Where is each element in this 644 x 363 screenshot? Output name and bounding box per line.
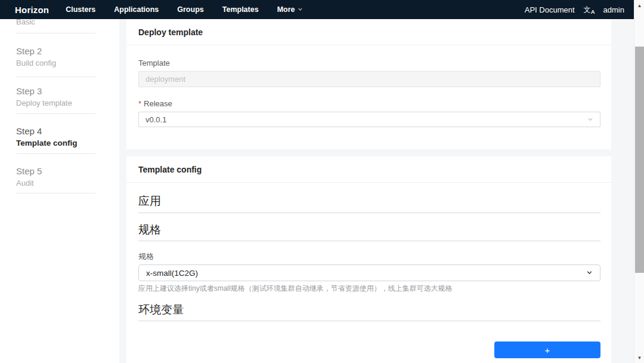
api-document-link[interactable]: API Document [525,5,575,14]
spec-field-label: 规格 [138,251,154,262]
release-select[interactable]: v0.0.1 [138,112,600,127]
user-menu[interactable]: admin [603,5,624,14]
release-field-label: *Release [138,99,172,108]
chevron-down-icon [586,269,593,278]
scroll-down-icon[interactable]: ▼ [634,353,644,362]
section-heading-spec: 规格 [138,222,600,241]
divider [16,153,95,154]
release-select-value: v0.0.1 [145,115,166,124]
template-config-card: Template config 应用 规格 规格 x-small(1C2G) 应… [126,156,611,363]
step-item-5-label[interactable]: Audit [16,179,34,187]
scroll-up-icon[interactable]: ▲ [634,1,644,10]
divider [16,193,95,193]
nav-more-label: More [277,5,295,14]
release-label-text: Release [144,99,172,108]
scrollbar-thumb[interactable] [635,47,644,273]
chevron-down-icon [298,5,303,14]
top-navbar: Horizon Clusters Applications Groups Tem… [0,0,634,19]
step-item-2-label[interactable]: Build config [16,59,56,67]
steps-sidebar: Basic Step 2 Build config Step 3 Deploy … [0,19,119,363]
section-heading-application: 应用 [138,193,600,213]
divider [16,113,95,114]
step-item-4-label[interactable]: Template config [16,139,78,147]
step-item-3-title[interactable]: Step 3 [16,86,42,96]
deploy-template-card-title: Deploy template [126,19,611,45]
navbar-right: API Document 文A admin [525,5,624,14]
app-root: Basic Step 2 Build config Step 3 Deploy … [0,0,644,363]
brand-logo[interactable]: Horizon [15,5,49,15]
template-input [138,71,600,87]
nav-clusters[interactable]: Clusters [66,5,95,14]
section-heading-env-vars: 环境变量 [138,302,600,321]
divider [16,76,95,77]
scrollbar[interactable]: ▲ ▼ [634,0,644,363]
spec-select[interactable]: x-small(1C2G) [138,264,600,281]
main-nav: Clusters Applications Groups Templates M… [66,5,302,14]
chevron-down-icon [587,115,593,124]
template-field-label: Template [138,59,170,67]
nav-templates[interactable]: Templates [222,5,259,14]
nav-more[interactable]: More [277,5,303,14]
required-asterisk: * [138,99,141,108]
template-config-card-title: Template config [126,156,611,183]
translate-icon[interactable]: 文A [584,6,595,13]
step-item-3-label[interactable]: Deploy template [16,99,72,107]
spec-help-text: 应用上建议选择tiny或者small规格（测试环境集群自动继承，节省资源使用），… [138,284,600,294]
deploy-template-card: Deploy template Template *Release v0.0.1 [126,19,611,149]
step-item-2-title[interactable]: Step 2 [16,46,42,56]
step-item-4-title[interactable]: Step 4 [16,126,42,136]
nav-groups[interactable]: Groups [177,5,203,14]
divider [16,33,95,33]
step-item-5-title[interactable]: Step 5 [16,166,42,176]
nav-applications[interactable]: Applications [114,5,159,14]
add-env-var-button[interactable]: + [494,342,600,358]
spec-select-value: x-small(1C2G) [146,269,198,278]
